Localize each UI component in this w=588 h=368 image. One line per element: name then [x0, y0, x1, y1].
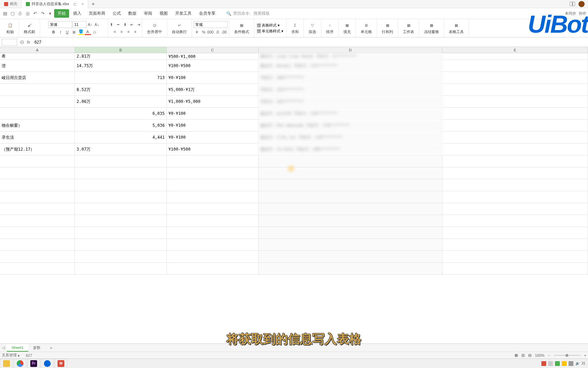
- menu-start[interactable]: 开始: [54, 9, 69, 18]
- fill-button[interactable]: ▦填充: [341, 21, 353, 35]
- grid-row[interactable]: 澄 14.75万 ¥100-¥500 微信号：AnnaLi 手机号：175***…: [0, 60, 588, 72]
- cell-b[interactable]: 3.07万: [75, 143, 167, 155]
- cell[interactable]: [167, 203, 259, 215]
- zoom-in-button[interactable]: +: [584, 353, 586, 357]
- col-header-c[interactable]: C: [167, 47, 259, 53]
- cell[interactable]: [442, 179, 588, 191]
- cell-e[interactable]: [442, 120, 588, 131]
- view-layout-icon[interactable]: ▥: [521, 353, 525, 357]
- indent-left[interactable]: ⇤: [129, 21, 135, 28]
- menu-formula[interactable]: 公式: [109, 9, 124, 18]
- cell[interactable]: [442, 239, 588, 250]
- redo-icon[interactable]: ↷: [39, 10, 46, 17]
- align-right[interactable]: ≡: [126, 29, 132, 35]
- cell-d[interactable]: 手机号：181********: [259, 96, 442, 107]
- sheet-tab-1[interactable]: Sheet1: [7, 344, 28, 352]
- cell[interactable]: [75, 239, 167, 250]
- menu-member[interactable]: 会员专享: [196, 9, 219, 18]
- col-header-e[interactable]: E: [442, 47, 588, 53]
- cell-d[interactable]: 微信号：life_rec 手机号：139********: [259, 132, 442, 143]
- grid-row-empty[interactable]: [0, 215, 588, 227]
- cell-d[interactable]: 微信号：Loup Loup Hands 手机号：17********: [259, 53, 442, 60]
- zoom-level[interactable]: 100%: [535, 353, 544, 357]
- clock[interactable]: 31: [582, 362, 585, 365]
- user-avatar[interactable]: [578, 1, 585, 7]
- align-center[interactable]: ≡: [119, 29, 125, 35]
- cell[interactable]: [442, 215, 588, 227]
- increase-font-icon[interactable]: A↑: [87, 21, 93, 28]
- align-justify[interactable]: ≡: [132, 29, 138, 35]
- cell[interactable]: [259, 227, 442, 239]
- print-icon[interactable]: ⎙: [17, 10, 23, 17]
- filter-button[interactable]: ▽筛选: [307, 21, 318, 35]
- cell-a[interactable]: 录生活: [0, 132, 75, 143]
- view-break-icon[interactable]: ▤: [528, 353, 532, 357]
- task-uibot[interactable]: [41, 359, 54, 368]
- grid-row[interactable]: 录生活 4,441 ¥0-¥100 微信号：life_rec 手机号：139**…: [0, 132, 588, 143]
- grid-row[interactable]: 6,035 ¥0-¥100 微信号：wx1234 手机号：130********: [0, 108, 588, 120]
- tab-app-home[interactable]: 稻壳: [0, 0, 22, 8]
- fill-color-button[interactable]: 🪣: [78, 29, 84, 35]
- zoom-slider[interactable]: [554, 355, 581, 356]
- cell-b[interactable]: 713: [75, 72, 167, 83]
- cell-e[interactable]: [442, 143, 588, 155]
- cell-c[interactable]: ¥5,000-¥1万: [167, 84, 259, 95]
- merge-button[interactable]: ⊡ 合并居中: [145, 21, 164, 35]
- align-bottom[interactable]: ⬇: [122, 21, 128, 28]
- cell[interactable]: [442, 263, 588, 274]
- cell-a[interactable]: 峻日用百货店: [0, 72, 75, 83]
- freeze-button[interactable]: ▦冻结窗格: [422, 21, 441, 35]
- cell-d[interactable]: 手机号：186********: [259, 72, 442, 83]
- align-left[interactable]: ≡: [112, 29, 118, 35]
- zoom-out-button[interactable]: −: [548, 353, 550, 357]
- tray-icon[interactable]: [562, 361, 567, 366]
- tab-document[interactable]: 抖音达人信息采集.xlsx ⊏ ×: [22, 0, 88, 8]
- cell[interactable]: [75, 263, 167, 274]
- notification-badge[interactable]: 1: [570, 2, 575, 6]
- cell-e[interactable]: [442, 84, 588, 95]
- cell[interactable]: [0, 227, 75, 239]
- task-explorer[interactable]: [0, 359, 13, 368]
- cell[interactable]: [167, 191, 259, 203]
- cell[interactable]: [167, 263, 259, 274]
- number-format-select[interactable]: [194, 21, 228, 28]
- new-icon[interactable]: ▢: [9, 10, 16, 17]
- cell-b[interactable]: 14.75万: [75, 60, 167, 72]
- cell[interactable]: [259, 215, 442, 227]
- grid-row[interactable]: 物在橱窗） 5,036 ¥0-¥100 微信号：Pet.Awesome 手机号：…: [0, 120, 588, 132]
- paste-button[interactable]: 📋 粘贴: [4, 21, 16, 35]
- cell-e[interactable]: [442, 132, 588, 143]
- cell[interactable]: [0, 215, 75, 227]
- cell-c[interactable]: ¥0-¥100: [167, 72, 259, 83]
- align-top[interactable]: ⬆: [109, 21, 115, 28]
- cell[interactable]: [75, 191, 167, 203]
- cell[interactable]: [0, 263, 75, 274]
- cell-a[interactable]: [0, 96, 75, 107]
- fx-label[interactable]: fx: [27, 40, 30, 45]
- sheet-button[interactable]: ▦工作表: [401, 21, 416, 35]
- cell[interactable]: [167, 167, 259, 179]
- status-label[interactable]: 关系管理: [2, 353, 17, 358]
- add-sheet-button[interactable]: +: [45, 344, 57, 351]
- cell[interactable]: [75, 203, 167, 215]
- cell[interactable]: [0, 167, 75, 179]
- cell[interactable]: [75, 215, 167, 227]
- new-tab-button[interactable]: +: [88, 1, 98, 7]
- cell[interactable]: [0, 239, 75, 250]
- undo-icon[interactable]: ↶: [32, 10, 38, 17]
- tray-icon[interactable]: [569, 361, 573, 366]
- cell[interactable]: [0, 203, 75, 215]
- task-chrome[interactable]: [14, 359, 27, 368]
- sheet-nav[interactable]: ◁: [0, 344, 7, 351]
- view-normal-icon[interactable]: ▦: [514, 353, 518, 357]
- grid-row-empty[interactable]: [0, 203, 588, 215]
- border-button[interactable]: ⊞: [71, 29, 77, 35]
- cell[interactable]: [75, 155, 167, 167]
- cell[interactable]: [167, 251, 259, 262]
- cell-c[interactable]: ¥500-¥1,000: [167, 53, 259, 60]
- comma-icon[interactable]: 000: [208, 29, 214, 35]
- cell[interactable]: [167, 215, 259, 227]
- grid-row-empty[interactable]: [0, 239, 588, 251]
- cell[interactable]: [442, 203, 588, 215]
- decimal-inc-icon[interactable]: .0: [214, 29, 220, 35]
